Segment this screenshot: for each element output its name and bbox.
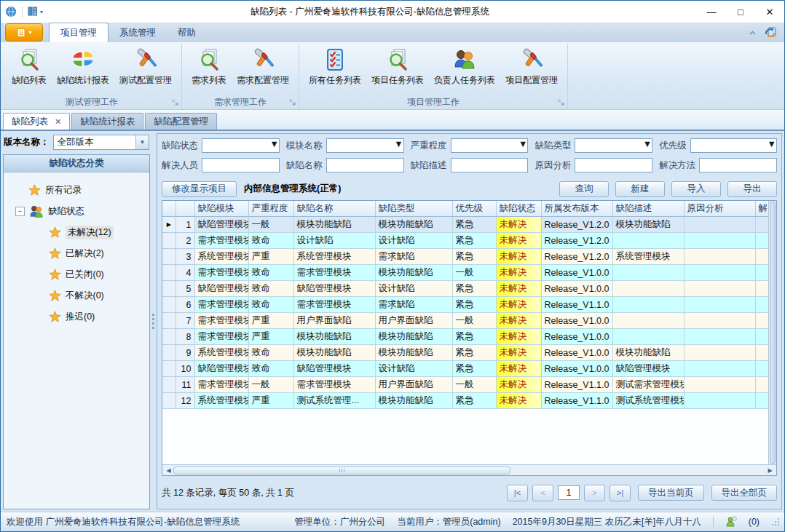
table-cell[interactable] — [755, 233, 768, 249]
table-cell[interactable]: 用户界面缺陷 — [375, 313, 452, 329]
tree-item-unresolved[interactable]: 未解决(12) — [7, 222, 146, 243]
table-cell[interactable]: 未解决 — [496, 345, 541, 361]
doc-tab-defect-config[interactable]: 缺陷配置管理 — [145, 113, 217, 130]
table-cell[interactable]: Release_V1.1.0 — [541, 393, 612, 409]
table-cell[interactable]: 需求管理模块 — [194, 313, 248, 329]
close-button[interactable]: ✕ — [755, 1, 784, 23]
close-icon[interactable]: ✕ — [55, 117, 61, 127]
table-cell[interactable]: Release_V1.1.0 — [541, 297, 612, 313]
table-cell[interactable]: 缺陷管理模块 — [194, 281, 248, 297]
table-cell[interactable]: Release_V1.0.0 — [541, 345, 612, 361]
table-cell[interactable]: Release_V1.0.0 — [541, 361, 612, 377]
chevron-down-icon[interactable]: ▼ — [768, 139, 776, 152]
column-header[interactable]: 解决方法 — [755, 201, 768, 217]
all-tasks-button[interactable]: 所有任务列表 — [304, 46, 366, 89]
table-cell[interactable]: 一般 — [452, 313, 496, 329]
dialog-launcher-icon[interactable] — [172, 99, 179, 106]
prev-page-button[interactable]: < — [532, 485, 553, 501]
table-cell[interactable] — [755, 297, 768, 313]
column-header[interactable]: 原因分析 — [684, 201, 755, 217]
table-cell[interactable]: 未解决 — [496, 313, 541, 329]
table-cell[interactable]: 一般 — [248, 377, 293, 393]
table-cell[interactable]: 紧急 — [452, 345, 496, 361]
chevron-down-icon[interactable]: ▼ — [518, 139, 527, 152]
export-current-page-button[interactable]: 导出当前页 — [638, 485, 704, 501]
tree-item-all-records[interactable]: 所有记录 — [7, 180, 146, 201]
table-cell[interactable]: Release_V1.0.0 — [541, 265, 612, 281]
horizontal-scrollbar[interactable]: ◀ ▶ — [162, 464, 776, 475]
table-cell[interactable] — [755, 345, 768, 361]
table-cell[interactable]: Release_V1.0.0 — [541, 313, 612, 329]
table-cell[interactable]: 未解决 — [496, 265, 541, 281]
table-row[interactable]: 6需求管理模块致命需求管理模块需求缺陷紧急未解决Release_V1.1.0 — [162, 297, 768, 313]
table-cell[interactable]: 致命 — [248, 345, 293, 361]
table-cell[interactable]: 测试系统管理模块... — [612, 393, 684, 409]
table-cell[interactable] — [684, 297, 755, 313]
table-cell[interactable]: 模块功能缺陷 — [375, 217, 452, 233]
export-all-pages-button[interactable]: 导出全部页 — [711, 485, 778, 501]
table-cell[interactable]: 严重 — [248, 313, 293, 329]
column-header[interactable]: 缺陷描述 — [612, 201, 684, 217]
table-cell[interactable]: 致命 — [248, 281, 293, 297]
modify-columns-button[interactable]: 修改显示项目 — [162, 181, 237, 197]
dialog-launcher-icon[interactable] — [289, 99, 296, 106]
table-cell[interactable]: 紧急 — [452, 249, 496, 265]
table-cell[interactable]: Release_V1.2.0 — [541, 217, 612, 233]
filter-resolver[interactable] — [202, 158, 280, 172]
test-config-button[interactable]: 测试配置管理 — [114, 46, 177, 89]
resize-grip[interactable] — [771, 517, 780, 526]
table-cell[interactable] — [684, 233, 755, 249]
table-cell[interactable]: 未解决 — [496, 233, 541, 249]
table-cell[interactable]: 紧急 — [452, 329, 496, 345]
table-cell[interactable]: 系统管理模块 — [612, 249, 684, 265]
table-cell[interactable] — [755, 217, 768, 233]
new-button[interactable]: 新建 — [615, 181, 665, 197]
collapse-ribbon-icon[interactable] — [748, 29, 757, 36]
table-cell[interactable] — [684, 345, 755, 361]
table-cell[interactable]: 一般 — [248, 217, 293, 233]
filter-defect-status[interactable]: ▼ — [202, 138, 280, 153]
table-cell[interactable]: 未解决 — [496, 361, 541, 377]
table-cell[interactable]: 一般 — [452, 265, 496, 281]
table-cell[interactable]: 未解决 — [496, 377, 541, 393]
table-row[interactable]: 4需求管理模块致命需求管理模块模块功能缺陷一般未解决Release_V1.0.0 — [162, 265, 768, 281]
table-cell[interactable]: 紧急 — [452, 281, 496, 297]
table-cell[interactable]: 模块功能缺陷 — [375, 265, 452, 281]
table-cell[interactable]: 紧急 — [452, 297, 496, 313]
filter-severity[interactable]: ▼ — [451, 138, 529, 153]
filter-priority[interactable]: ▼ — [690, 138, 777, 153]
table-cell[interactable] — [684, 393, 755, 409]
filter-defect-name[interactable] — [326, 158, 404, 172]
table-cell[interactable]: 缺陷管理模块 — [612, 361, 684, 377]
collapse-node-icon[interactable]: − — [15, 207, 25, 216]
owner-tasks-button[interactable]: 负责人任务列表 — [429, 46, 500, 89]
table-cell[interactable]: 用户界面缺陷 — [293, 313, 375, 329]
table-cell[interactable] — [612, 313, 684, 329]
table-cell[interactable]: 模块功能缺陷 — [612, 345, 684, 361]
table-cell[interactable]: 致命 — [248, 361, 293, 377]
scroll-left-icon[interactable]: ◀ — [164, 467, 173, 474]
table-cell[interactable]: 系统管理模块 — [194, 249, 248, 265]
table-row[interactable]: 12系统管理模块严重测试系统管理...模块功能缺陷紧急未解决Release_V1… — [162, 393, 768, 409]
first-page-button[interactable]: |< — [507, 485, 528, 501]
table-cell[interactable]: Release_V1.0.0 — [541, 281, 612, 297]
table-cell[interactable]: 需求管理模块 — [293, 265, 375, 281]
next-page-button[interactable]: > — [584, 485, 605, 501]
chevron-down-icon[interactable]: ▼ — [269, 139, 278, 152]
table-cell[interactable]: 一般 — [452, 377, 496, 393]
maximize-button[interactable]: □ — [726, 1, 755, 23]
application-menu-button[interactable]: ▾ — [5, 23, 43, 41]
table-cell[interactable]: 设计缺陷 — [375, 233, 452, 249]
table-row[interactable]: 9系统管理模块致命模块功能缺陷模块功能缺陷紧急未解决Release_V1.0.0… — [162, 345, 768, 361]
table-cell[interactable]: Release_V1.2.0 — [541, 249, 612, 265]
doc-tab-defect-report[interactable]: 缺陷统计报表 — [71, 113, 143, 130]
table-cell[interactable]: 缺陷管理模块 — [194, 217, 248, 233]
table-cell[interactable] — [755, 265, 768, 281]
query-button[interactable]: 查询 — [559, 181, 609, 197]
requirement-list-button[interactable]: 需求列表 — [186, 46, 232, 89]
table-cell[interactable] — [755, 377, 768, 393]
tree-item-postponed[interactable]: 推迟(0) — [7, 306, 146, 327]
tab-project-management[interactable]: 项目管理 — [49, 23, 109, 42]
table-cell[interactable]: 缺陷管理模块 — [293, 361, 375, 377]
table-cell[interactable]: 模块功能缺陷 — [293, 217, 375, 233]
